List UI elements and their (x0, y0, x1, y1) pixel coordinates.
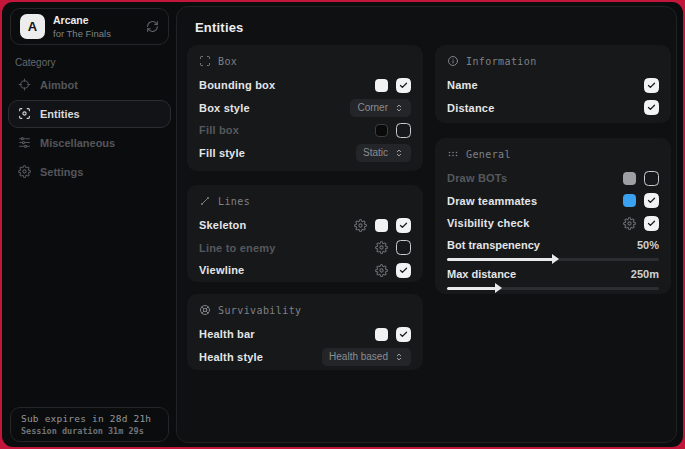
sidebar: A Arcane for The Finals Category Aimbot (2, 2, 176, 447)
health-bar-checkbox[interactable] (396, 327, 411, 342)
sub-expiry-text: Sub expires in 28d 21h (21, 413, 158, 424)
sidebar-item-settings[interactable]: Settings (8, 158, 171, 186)
card-header-label: Box (218, 56, 237, 67)
scan-eye-icon (18, 107, 31, 122)
row-box-style: Box style Corner (199, 97, 411, 120)
row-name: Name (447, 74, 659, 97)
gear-icon (18, 165, 31, 180)
color-swatch[interactable] (375, 124, 388, 137)
subscription-info-card: Sub expires in 28d 21h Session duration … (10, 407, 169, 442)
color-swatch[interactable] (375, 79, 388, 92)
info-icon (447, 53, 459, 71)
row-skeleton: Skeleton (199, 214, 411, 237)
app-subtitle: for The Finals (53, 28, 111, 39)
row-draw-bots: Draw BOTs (447, 167, 659, 190)
gear-icon[interactable] (623, 217, 636, 230)
app-logo-card: A Arcane for The Finals (10, 8, 169, 45)
box-style-dropdown[interactable]: Corner (350, 99, 411, 117)
color-swatch[interactable] (623, 172, 636, 185)
fill-box-checkbox[interactable] (396, 123, 411, 138)
row-health-bar: Health bar (199, 323, 411, 346)
row-label: Health style (199, 351, 263, 363)
row-max-distance: Max distance 250m (447, 266, 659, 283)
card-header-label: Information (466, 56, 537, 67)
row-label: Draw BOTs (447, 172, 507, 184)
crosshair-icon (18, 78, 31, 93)
row-label: Visibility check (447, 217, 529, 229)
sidebar-item-entities[interactable]: Entities (8, 100, 171, 128)
card-general-header: General (447, 147, 659, 162)
gear-icon[interactable] (375, 241, 388, 254)
row-line-to-enemy: Line to enemy (199, 237, 411, 260)
slider-thumb[interactable] (552, 254, 559, 264)
dropdown-value: Health based (329, 351, 388, 362)
bounding-box-checkbox[interactable] (396, 78, 411, 93)
card-lines-header: Lines (199, 194, 411, 209)
dropdown-value: Corner (357, 102, 388, 113)
row-visibility-check: Visibility check (447, 212, 659, 235)
row-draw-teammates: Draw teammates (447, 190, 659, 213)
session-duration-text: Session duration 31m 29s (21, 426, 158, 436)
row-health-style: Health style Health based (199, 346, 411, 369)
app-window: A Arcane for The Finals Category Aimbot (2, 2, 683, 447)
chevrons-up-down-icon (394, 144, 404, 162)
max-distance-slider[interactable] (447, 287, 659, 290)
sidebar-item-miscellaneous[interactable]: Miscellaneous (8, 129, 171, 157)
refresh-icon[interactable] (146, 20, 159, 33)
card-information-header: Information (447, 54, 659, 69)
sidebar-item-aimbot[interactable]: Aimbot (8, 71, 171, 99)
line-icon (199, 193, 211, 211)
row-distance: Distance (447, 97, 659, 120)
card-box: Box Bounding box Box style Corner (187, 45, 423, 171)
category-label: Category (15, 57, 56, 68)
grid-icon (447, 146, 459, 164)
card-lines: Lines Skeleton Line to enemy Viewline (187, 185, 423, 282)
color-swatch[interactable] (375, 328, 388, 341)
app-name: Arcane (53, 14, 111, 28)
draw-teammates-checkbox[interactable] (644, 193, 659, 208)
row-viewline: Viewline (199, 259, 411, 282)
card-survivability-header: Survivability (199, 303, 411, 318)
sidebar-item-label: Miscellaneous (40, 137, 115, 149)
sidebar-nav: Aimbot Entities Miscellaneous Settings (8, 71, 171, 187)
row-fill-style: Fill style Static (199, 142, 411, 165)
card-survivability: Survivability Health bar Health style He… (187, 294, 423, 370)
gear-icon[interactable] (375, 264, 388, 277)
visibility-check-checkbox[interactable] (644, 216, 659, 231)
card-general: General Draw BOTs Draw teammates Visibil… (435, 138, 671, 294)
card-box-header: Box (199, 54, 411, 69)
sliders-icon (18, 136, 31, 151)
row-label: Distance (447, 102, 494, 114)
row-bounding-box: Bounding box (199, 74, 411, 97)
scan-icon (199, 53, 211, 71)
slider-thumb[interactable] (495, 283, 502, 293)
color-swatch[interactable] (623, 194, 636, 207)
sidebar-item-label: Settings (40, 166, 83, 178)
distance-checkbox[interactable] (644, 100, 659, 115)
viewline-checkbox[interactable] (396, 263, 411, 278)
skeleton-checkbox[interactable] (396, 218, 411, 233)
fill-style-dropdown[interactable]: Static (356, 144, 411, 162)
health-style-dropdown[interactable]: Health based (322, 348, 411, 366)
row-label: Line to enemy (199, 242, 276, 254)
card-header-label: Survivability (218, 305, 301, 316)
row-label: Skeleton (199, 219, 246, 231)
row-label: Box style (199, 102, 250, 114)
bot-transparency-slider[interactable] (447, 258, 659, 261)
chevrons-up-down-icon (394, 348, 404, 366)
main-panel: Entities Box Bounding box Box style (176, 6, 677, 443)
row-label: Draw teammates (447, 195, 537, 207)
name-checkbox[interactable] (644, 78, 659, 93)
draw-bots-checkbox[interactable] (644, 171, 659, 186)
gear-icon[interactable] (354, 219, 367, 232)
row-fill-box: Fill box (199, 119, 411, 142)
line-to-enemy-checkbox[interactable] (396, 240, 411, 255)
sidebar-item-label: Aimbot (40, 79, 78, 91)
row-bot-transparency: Bot transpenency 50% (447, 237, 659, 254)
app-title-block: Arcane for The Finals (53, 14, 111, 39)
color-swatch[interactable] (375, 219, 388, 232)
row-label: Viewline (199, 264, 244, 276)
slider-fill (447, 287, 496, 290)
row-label: Bot transpenency (447, 239, 540, 251)
card-header-label: Lines (218, 196, 250, 207)
